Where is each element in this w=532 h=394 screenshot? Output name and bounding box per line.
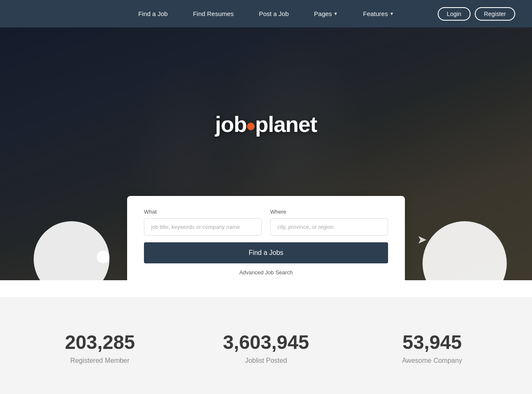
- where-field: Where: [270, 209, 388, 236]
- what-field: What: [144, 209, 262, 236]
- stats-section: 203,285 Registered Member 3,603,945 Jobl…: [0, 297, 532, 394]
- where-input[interactable]: [270, 218, 388, 236]
- find-jobs-button[interactable]: Find a Jobs: [144, 242, 388, 263]
- logo-dot-icon: [247, 123, 255, 130]
- site-logo: jobplanet: [215, 112, 317, 137]
- nav-find-a-job[interactable]: Find a Job: [138, 10, 168, 17]
- decorative-arrow-right: ➤: [417, 233, 427, 247]
- stat-registered-member: 203,285 Registered Member: [17, 331, 183, 365]
- stat-joblist-label: Joblist Posted: [245, 357, 287, 364]
- stat-member-label: Registered Member: [70, 357, 130, 364]
- nav-post-a-job[interactable]: Post a Job: [259, 10, 289, 17]
- advanced-job-search-link[interactable]: Advanced Job Search: [239, 269, 293, 276]
- nav-find-resumes[interactable]: Find Resumes: [193, 10, 234, 17]
- nav-pages[interactable]: Pages ▼: [314, 10, 338, 17]
- login-button[interactable]: Login: [438, 7, 471, 21]
- nav-auth-buttons: Login Register: [438, 7, 515, 21]
- stat-joblist-number: 3,603,945: [183, 331, 349, 354]
- stat-company-label: Awesome Company: [402, 357, 462, 364]
- advanced-search-link-container: Advanced Job Search: [144, 268, 388, 276]
- decorative-dot-left: [97, 251, 109, 263]
- search-inputs-row: What Where: [144, 209, 388, 236]
- navbar: Find a Job Find Resumes Post a Job Pages…: [0, 0, 532, 27]
- what-input[interactable]: [144, 218, 262, 236]
- stat-company-number: 53,945: [349, 331, 515, 354]
- nav-features[interactable]: Features ▼: [363, 10, 394, 17]
- hero-section: jobplanet ➤ What Where Find a Jobs Advan…: [0, 27, 532, 280]
- stat-awesome-company: 53,945 Awesome Company: [349, 331, 515, 365]
- pages-dropdown-arrow: ▼: [334, 11, 338, 16]
- what-label: What: [144, 209, 262, 215]
- search-card: What Where Find a Jobs Advanced Job Sear…: [127, 196, 405, 280]
- stat-member-number: 203,285: [17, 331, 183, 354]
- register-button[interactable]: Register: [475, 7, 515, 21]
- features-dropdown-arrow: ▼: [390, 11, 394, 16]
- where-label: Where: [270, 209, 388, 215]
- stat-joblist-posted: 3,603,945 Joblist Posted: [183, 331, 349, 365]
